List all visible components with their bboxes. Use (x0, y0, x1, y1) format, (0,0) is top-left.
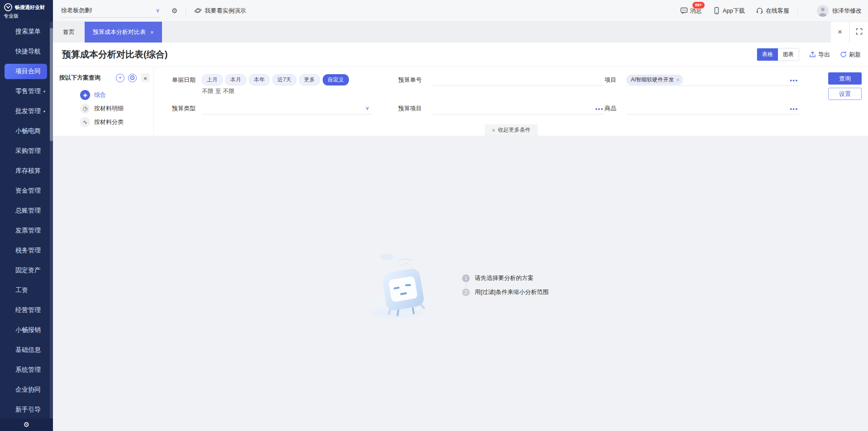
plan-item[interactable]: 综合 (80, 90, 153, 100)
sidebar-scrollbar[interactable] (50, 22, 53, 418)
sidebar-item-button[interactable]: 税务管理 (5, 243, 47, 258)
add-plan-icon[interactable]: + (116, 74, 124, 82)
sidebar-item: 发票管理 (0, 221, 50, 241)
date-option-pill[interactable]: 自定义 (323, 74, 349, 85)
chevron-down-icon (43, 109, 45, 114)
sidebar-item-label: 搜索菜单 (15, 28, 41, 36)
date-option-pill[interactable]: 近7天 (272, 74, 296, 85)
export-icon (809, 51, 816, 58)
sidebar-item-button[interactable]: 工资 (5, 283, 47, 298)
query-plan-panel: 按以下方案查询 + 综合 按材料明细 (53, 67, 154, 136)
empty-state-illustration (365, 249, 442, 322)
sidebar-item-button[interactable]: 小畅报销 (5, 322, 47, 338)
view-table-button[interactable]: 表格 (757, 48, 778, 61)
settings-button[interactable]: 设置 (828, 88, 862, 100)
sidebar-item-button[interactable]: 企业协同 (5, 382, 47, 398)
budget-type-label: 预算类型 (172, 103, 202, 113)
date-range-value[interactable]: 不限 至 不限 (202, 87, 352, 95)
sidebar-item-button[interactable]: 经营管理 (5, 303, 47, 318)
plan-icon (80, 104, 90, 114)
sidebar-item-label: 总账管理 (15, 207, 41, 215)
goods-picker-icon[interactable] (790, 106, 798, 112)
budget-no-input[interactable] (433, 74, 605, 86)
sidebar-item-button[interactable]: 基础信息 (5, 342, 47, 358)
company-select[interactable]: 徐老板勿删! (61, 4, 160, 18)
sidebar-item-button[interactable]: 搜索菜单 (5, 24, 47, 39)
sidebar-item-button[interactable]: 零售管理 (5, 84, 47, 99)
app-download-label: App下载 (723, 7, 745, 15)
topbar-gear-icon[interactable] (172, 7, 177, 15)
budget-item-input[interactable] (433, 103, 605, 114)
sidebar-item-button[interactable]: 系统管理 (5, 362, 47, 378)
logo-block: 畅捷通好业财 专业版 (0, 0, 53, 22)
sidebar-item-label: 税务管理 (15, 246, 41, 255)
app-window: 畅捷通好业财 专业版 搜索菜单 快捷导航 项目合同 (0, 0, 868, 431)
view-chart-button[interactable]: 图表 (778, 48, 799, 61)
settings-gear-icon[interactable] (24, 421, 29, 429)
avatar[interactable] (817, 5, 829, 17)
sidebar-item-button[interactable]: 采购管理 (5, 143, 47, 159)
refresh-button[interactable]: 刷新 (840, 51, 861, 59)
project-input[interactable]: AI智能软硬件开发 (626, 74, 799, 86)
tabbar: 首页 预算成本分析对比表 (53, 22, 868, 43)
page-header: 预算成本分析对比表(综合) 表格 图表 导出 刷新 (53, 43, 868, 67)
sidebar-item-label: 新手引导 (15, 406, 41, 414)
user-name[interactable]: 徐泽华修改 (832, 7, 862, 15)
sidebar-item-button[interactable]: 库存核算 (5, 163, 47, 179)
support-button[interactable]: 在线客服 (756, 7, 789, 15)
fullscreen-button[interactable] (850, 22, 868, 43)
sidebar-item-button[interactable]: 新手引导 (5, 402, 47, 417)
divider (186, 6, 186, 15)
messages-button[interactable]: 99+ 消息 (680, 7, 702, 15)
date-option-pill[interactable]: 上月 (202, 74, 223, 85)
sidebar-item-button[interactable]: 小畅电商 (5, 123, 47, 139)
date-filter-label: 单据日期 (172, 74, 202, 84)
sidebar-item-button[interactable]: 快捷导航 (5, 44, 47, 59)
sidebar-item-label: 资金管理 (15, 187, 41, 195)
collapse-panel-icon[interactable] (141, 73, 150, 82)
step-number-badge: 1 (462, 275, 470, 282)
goods-input[interactable] (626, 103, 799, 114)
sidebar-item: 零售管理 (0, 81, 50, 101)
plan-label: 综合 (94, 91, 106, 99)
remove-tag-icon[interactable] (676, 77, 679, 83)
project-label: 项目 (605, 74, 626, 84)
sidebar-item-button[interactable]: 发票管理 (5, 223, 47, 238)
budget-type-select[interactable] (202, 103, 371, 114)
date-option-pill[interactable]: 本年 (249, 74, 270, 85)
sidebar-item-label: 快捷导航 (15, 47, 41, 56)
plan-item[interactable]: 按材料分类 (80, 117, 153, 127)
budget-item-picker-icon[interactable] (595, 106, 604, 112)
tab-close-icon[interactable] (150, 29, 154, 36)
sidebar-item-label: 基础信息 (15, 346, 41, 354)
sidebar-item-label: 固定资产 (15, 266, 41, 275)
sidebar-item-button[interactable]: 批发管理 (5, 104, 47, 119)
budget-item-label: 预算项目 (398, 103, 433, 113)
sidebar-item-button[interactable]: 总账管理 (5, 203, 47, 218)
sidebar-item-button[interactable]: 项目合同 (5, 64, 47, 79)
collapse-more-button[interactable]: 收起更多条件 (485, 124, 538, 136)
brand-name: 畅捷通好业财 (15, 4, 45, 11)
date-option-pill[interactable]: 本月 (225, 74, 246, 85)
tab-home[interactable]: 首页 (53, 22, 85, 43)
sidebar-item-button[interactable]: 固定资产 (5, 263, 47, 278)
sidebar-item: 固定资产 (0, 260, 50, 280)
sidebar-item: 批发管理 (0, 101, 50, 121)
close-icon (838, 28, 842, 37)
demo-link[interactable]: 我要看实例演示 (194, 7, 246, 15)
support-label: 在线客服 (766, 7, 789, 15)
export-label: 导出 (818, 51, 830, 59)
plan-settings-icon[interactable] (128, 74, 137, 82)
sidebar-scrollbar-thumb[interactable] (50, 28, 53, 141)
export-button[interactable]: 导出 (809, 51, 830, 59)
sidebar-item-button[interactable]: 资金管理 (5, 183, 47, 199)
project-picker-icon[interactable] (790, 77, 798, 84)
budget-no-label: 预算单号 (398, 74, 433, 84)
close-all-tabs-button[interactable] (831, 22, 849, 43)
query-button[interactable]: 查询 (828, 72, 862, 85)
plan-item[interactable]: 按材料明细 (80, 104, 153, 114)
tab-active[interactable]: 预算成本分析对比表 (85, 22, 162, 43)
date-option-pill[interactable]: 更多 (299, 74, 320, 85)
sidebar-item: 小畅报销 (0, 320, 50, 340)
app-download-button[interactable]: App下载 (713, 7, 745, 15)
